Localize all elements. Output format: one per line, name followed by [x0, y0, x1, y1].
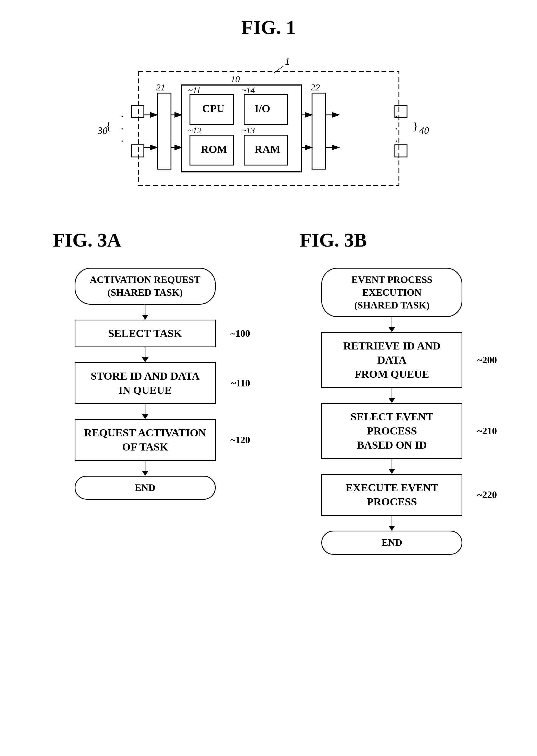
svg-text:~13: ~13 — [241, 125, 255, 135]
svg-rect-33 — [132, 105, 144, 117]
fig1-diagram: 1 10 CPU ~11 I/O ~14 ROM ~12 RAM ~13 21 — [0, 50, 537, 207]
fig3-section: FIG. 3A ACTIVATION REQUEST(SHARED TASK) … — [0, 229, 537, 555]
fig3b-start-oval: EVENT PROCESS EXECUTION(SHARED TASK) — [321, 268, 462, 317]
svg-rect-0 — [139, 71, 399, 186]
svg-text:RAM: RAM — [255, 143, 281, 155]
fig3b-step220-label: 220 — [477, 489, 497, 501]
svg-text:}: } — [412, 120, 418, 132]
fig3b-end-oval: END — [321, 531, 462, 555]
svg-text:22: 22 — [311, 82, 320, 92]
fig3a-arrow4 — [145, 461, 145, 476]
fig3a-title: FIG. 3A — [53, 229, 121, 251]
fig3b-arrow4 — [392, 516, 392, 531]
fig3b-arrow3 — [392, 459, 392, 474]
fig3b-step210: SELECT EVENT PROCESSBASED ON ID 210 — [321, 403, 462, 459]
svg-text:10: 10 — [231, 74, 240, 84]
svg-text:~12: ~12 — [188, 125, 201, 135]
fig3a-arrow2 — [145, 347, 145, 362]
fig3b-arrow2 — [392, 388, 392, 403]
fig1-svg: 1 10 CPU ~11 I/O ~14 ROM ~12 RAM ~13 21 — [79, 50, 459, 207]
fig3a-end-oval: END — [75, 476, 216, 500]
fig3a-rect100: SELECT TASK 100 — [75, 320, 216, 347]
svg-text:ROM: ROM — [201, 143, 227, 155]
fig3a-start: ACTIVATION REQUEST(SHARED TASK) — [75, 268, 216, 305]
svg-text:40: 40 — [419, 125, 429, 136]
svg-rect-17 — [157, 93, 171, 169]
fig3b-column: FIG. 3B EVENT PROCESS EXECUTION(SHARED T… — [283, 229, 500, 555]
fig3a-column: FIG. 3A ACTIVATION REQUEST(SHARED TASK) … — [37, 229, 254, 500]
fig3b-step210-label: 210 — [477, 425, 497, 437]
svg-text:·: · — [121, 111, 123, 123]
fig3b-title: FIG. 3B — [300, 229, 367, 251]
fig3b-start: EVENT PROCESS EXECUTION(SHARED TASK) — [321, 268, 462, 317]
svg-text:·: · — [121, 135, 123, 147]
fig3a-end: END — [75, 476, 216, 500]
fig3a-rect110: STORE ID AND DATAIN QUEUE 110 — [75, 362, 216, 404]
fig3a-step110: STORE ID AND DATAIN QUEUE 110 — [75, 362, 216, 404]
fig3b-rect200: RETRIEVE ID AND DATAFROM QUEUE 200 — [321, 332, 462, 388]
fig3a-rect120: REQUEST ACTIVATIONOF TASK 120 — [75, 419, 216, 461]
svg-text:30: 30 — [98, 125, 107, 136]
fig3b-end: END — [321, 531, 462, 555]
fig3b-arrow1 — [392, 317, 392, 332]
fig3a-arrow1 — [145, 305, 145, 320]
fig3a-step100: SELECT TASK 100 — [75, 320, 216, 347]
svg-text:21: 21 — [156, 82, 165, 92]
fig3b-rect220: EXECUTE EVENT PROCESS 220 — [321, 474, 462, 516]
svg-text:1: 1 — [285, 56, 290, 67]
fig3a-arrow3 — [145, 404, 145, 419]
svg-text:·: · — [395, 123, 397, 135]
fig3a-step120-label: 120 — [230, 433, 250, 446]
svg-rect-34 — [132, 145, 144, 157]
fig1-svg-wrapper: 1 10 CPU ~11 I/O ~14 ROM ~12 RAM ~13 21 — [79, 50, 459, 207]
svg-text:~11: ~11 — [188, 85, 201, 95]
fig1-title: FIG. 1 — [0, 0, 537, 50]
svg-text:·: · — [121, 123, 123, 135]
fig3b-step200: RETRIEVE ID AND DATAFROM QUEUE 200 — [321, 332, 462, 388]
svg-text:~14: ~14 — [241, 85, 255, 95]
fig3a-start-oval: ACTIVATION REQUEST(SHARED TASK) — [75, 268, 216, 305]
fig3a-step100-label: 100 — [230, 327, 250, 340]
fig3a-step110-label: 110 — [231, 377, 250, 389]
svg-text:CPU: CPU — [202, 102, 225, 114]
fig3b-step200-label: 200 — [477, 354, 497, 367]
svg-rect-19 — [312, 93, 326, 169]
fig3a-step120: REQUEST ACTIVATIONOF TASK 120 — [75, 419, 216, 461]
svg-text:I/O: I/O — [255, 102, 270, 114]
fig3b-step220: EXECUTE EVENT PROCESS 220 — [321, 474, 462, 516]
fig3b-rect210: SELECT EVENT PROCESSBASED ON ID 210 — [321, 403, 462, 459]
